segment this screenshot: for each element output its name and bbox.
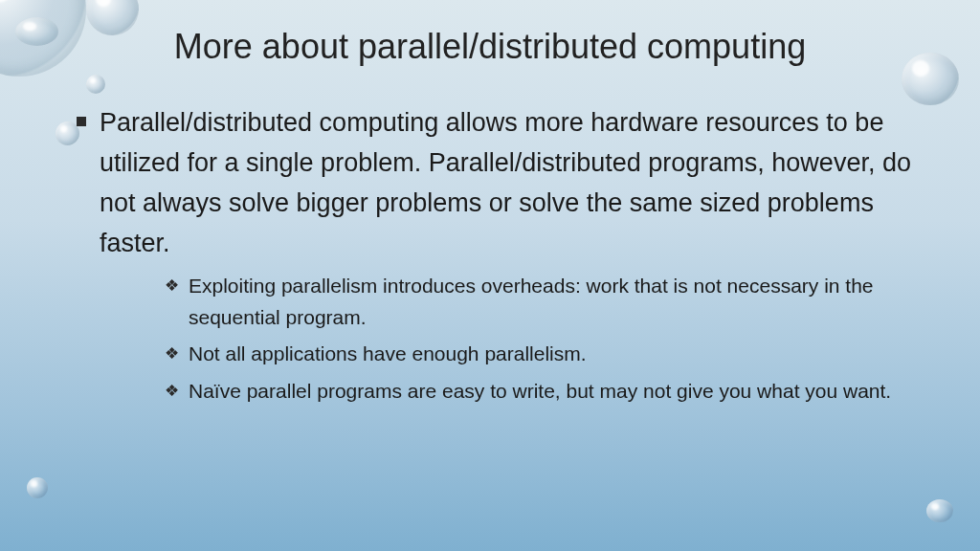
sub-bullet-list: ❖ Exploiting parallelism introduces over… [165, 271, 923, 407]
slide-title: More about parallel/distributed computin… [0, 27, 980, 67]
bullet-item: Parallel/distributed computing allows mo… [77, 103, 923, 263]
sub-bullet-item: ❖ Not all applications have enough paral… [165, 339, 923, 370]
bubble-decor [926, 499, 953, 522]
diamond-bullet-icon: ❖ [165, 378, 179, 404]
sub-bullet-item: ❖ Naïve parallel programs are easy to wr… [165, 376, 923, 408]
bubble-decor [86, 75, 105, 94]
sub-bullet-text: Exploiting parallelism introduces overhe… [189, 271, 923, 333]
bullet-text: Parallel/distributed computing allows mo… [100, 103, 923, 263]
diamond-bullet-icon: ❖ [165, 341, 179, 366]
sub-bullet-text: Naïve parallel programs are easy to writ… [189, 376, 891, 408]
diamond-bullet-icon: ❖ [165, 273, 179, 298]
bubble-decor [27, 477, 48, 498]
sub-bullet-text: Not all applications have enough paralle… [189, 339, 587, 370]
square-bullet-icon [77, 117, 86, 126]
sub-bullet-item: ❖ Exploiting parallelism introduces over… [165, 271, 923, 333]
slide-content: Parallel/distributed computing allows mo… [77, 103, 923, 413]
